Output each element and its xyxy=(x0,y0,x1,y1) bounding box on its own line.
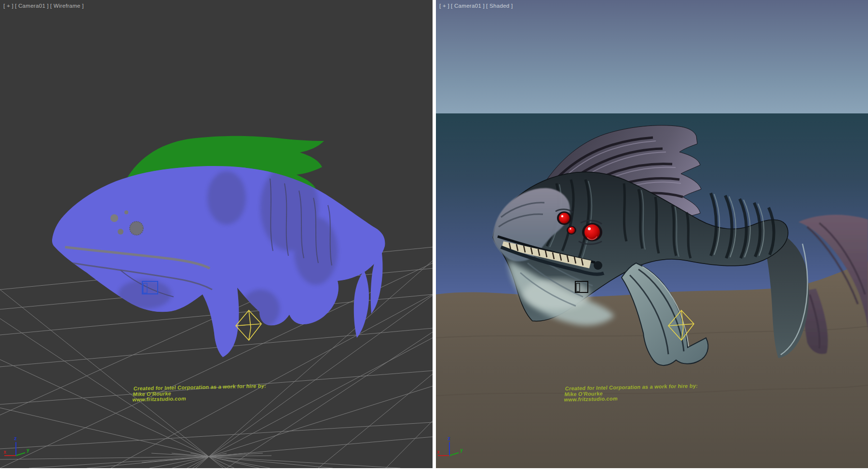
viewport-shaded[interactable]: x z y [ + ][ Camera01 ][ Shaded ] Create… xyxy=(436,0,868,468)
viewport-label: [ + ][ Camera01 ][ Shaded ] xyxy=(439,3,515,9)
viewport-splitter[interactable] xyxy=(433,0,436,468)
scene-watermark-text[interactable]: Created for Intel Corporation as a work … xyxy=(132,383,267,403)
axis-x-label: x xyxy=(437,449,440,455)
max-viewport-area: x z y [ + ][ Camera01 ][ Wireframe ] Cre… xyxy=(0,0,868,472)
mouth-corner xyxy=(594,261,602,270)
viewport-pov-menu[interactable]: [ Camera01 ] xyxy=(451,3,485,9)
viewport-general-menu[interactable]: [ + ] xyxy=(3,3,14,9)
viewport-shading-menu[interactable]: [ Shaded ] xyxy=(486,3,513,9)
viewport-shading-menu[interactable]: [ Wireframe ] xyxy=(50,3,84,9)
scene-watermark-text[interactable]: Created for Intel Corporation as a work … xyxy=(564,383,698,403)
axis-x-label: x xyxy=(3,449,6,455)
sky-background xyxy=(436,0,868,114)
viewport-wireframe[interactable]: x z y [ + ][ Camera01 ][ Wireframe ] Cre… xyxy=(0,0,433,468)
viewport-label: [ + ][ Camera01 ][ Wireframe ] xyxy=(3,3,85,9)
viewport-pov-menu[interactable]: [ Camera01 ] xyxy=(15,3,49,9)
axis-z-label: z xyxy=(448,436,450,441)
axis-y-label: y xyxy=(460,447,463,453)
viewport-general-menu[interactable]: [ + ] xyxy=(439,3,449,9)
axis-y-label: y xyxy=(27,447,29,453)
axis-z-label: z xyxy=(14,436,17,441)
